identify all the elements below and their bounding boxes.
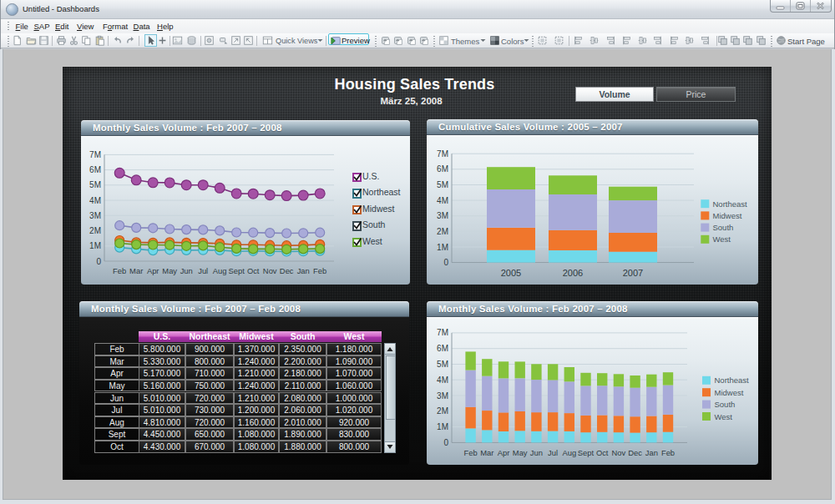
svg-text:2M: 2M <box>89 226 101 235</box>
svg-text:0: 0 <box>443 258 448 267</box>
svg-text:Aug: Aug <box>213 266 227 275</box>
svg-text:Mar: Mar <box>129 266 143 275</box>
svg-text:5M: 5M <box>437 180 448 189</box>
svg-text:Jul: Jul <box>548 448 558 457</box>
svg-text:3M: 3M <box>89 211 101 220</box>
svg-text:Aug: Aug <box>562 448 576 457</box>
svg-text:Mar: Mar <box>480 448 493 457</box>
svg-text:7M: 7M <box>437 149 448 159</box>
svg-text:South: South <box>713 223 734 232</box>
svg-text:May: May <box>162 266 177 275</box>
svg-text:Dec: Dec <box>280 266 294 275</box>
svg-text:6M: 6M <box>89 165 101 174</box>
svg-text:5M: 5M <box>437 360 448 369</box>
svg-text:Nov: Nov <box>263 266 277 275</box>
svg-text:Oct: Oct <box>247 266 260 275</box>
svg-text:Northeast: Northeast <box>713 199 748 209</box>
svg-text:Oct: Oct <box>596 448 609 457</box>
svg-text:2M: 2M <box>437 406 448 416</box>
svg-text:Northeast: Northeast <box>715 375 750 385</box>
svg-text:7M: 7M <box>437 328 448 337</box>
svg-text:Jun: Jun <box>180 266 193 275</box>
svg-text:West: West <box>715 412 733 421</box>
svg-text:Jan: Jan <box>297 266 310 275</box>
svg-text:Sept: Sept <box>578 448 595 457</box>
svg-text:Jan: Jan <box>645 448 658 457</box>
svg-text:1M: 1M <box>89 241 101 250</box>
svg-text:5M: 5M <box>89 180 101 189</box>
svg-text:1M: 1M <box>437 243 448 252</box>
svg-text:Midwest: Midwest <box>715 388 744 397</box>
svg-text:3M: 3M <box>437 211 448 220</box>
svg-text:Feb: Feb <box>464 448 478 457</box>
svg-text:Feb: Feb <box>661 448 675 457</box>
svg-text:Apr: Apr <box>498 448 510 457</box>
svg-text:2006: 2006 <box>563 268 583 278</box>
svg-text:2M: 2M <box>437 227 448 236</box>
svg-text:Jun: Jun <box>530 448 543 457</box>
svg-text:0: 0 <box>96 257 101 266</box>
svg-text:Midwest: Midwest <box>713 211 742 220</box>
svg-text:2007: 2007 <box>623 268 643 278</box>
svg-text:May: May <box>513 448 528 457</box>
svg-text:4M: 4M <box>437 375 448 385</box>
svg-text:Nov: Nov <box>612 448 626 457</box>
svg-text:Jul: Jul <box>198 266 208 275</box>
svg-text:6M: 6M <box>437 164 448 174</box>
svg-text:Sept: Sept <box>229 266 245 275</box>
svg-text:South: South <box>715 400 736 409</box>
svg-text:4M: 4M <box>437 196 448 205</box>
svg-text:1M: 1M <box>437 422 448 431</box>
svg-text:3M: 3M <box>437 391 448 401</box>
svg-text:6M: 6M <box>437 344 448 353</box>
svg-text:7M: 7M <box>89 150 101 159</box>
svg-text:4M: 4M <box>89 196 101 205</box>
svg-text:0: 0 <box>443 438 448 447</box>
svg-text:Feb: Feb <box>113 266 126 275</box>
svg-text:Feb: Feb <box>313 266 326 275</box>
svg-text:Dec: Dec <box>628 448 642 457</box>
svg-text:Apr: Apr <box>147 266 159 275</box>
svg-text:2005: 2005 <box>501 268 521 278</box>
svg-text:West: West <box>713 234 731 244</box>
